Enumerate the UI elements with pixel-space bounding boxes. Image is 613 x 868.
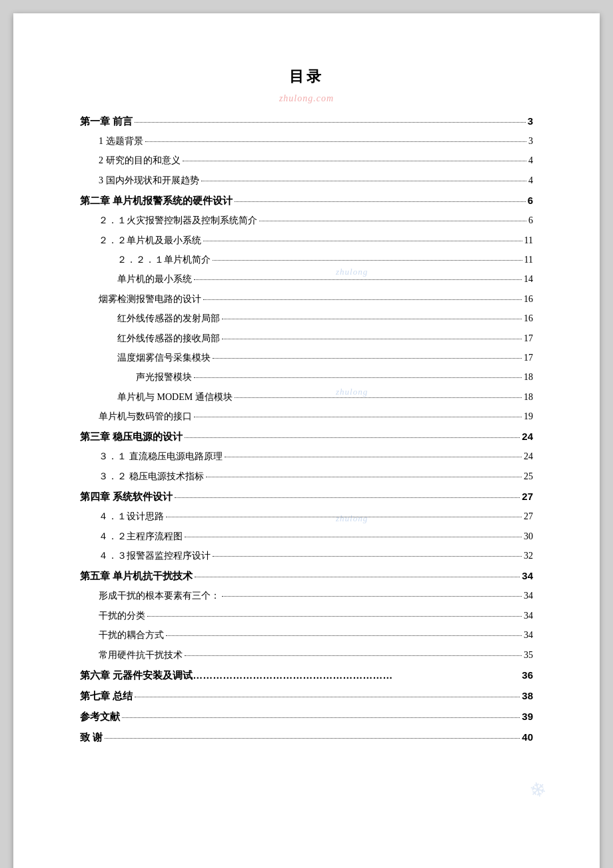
toc-dots-8 (194, 279, 522, 280)
toc-dots-4 (235, 201, 525, 202)
toc-item-30: 参考文献39 (80, 709, 533, 725)
toc-item-28: 第六章 元器件安装及调试……………………………………………………36 (80, 667, 533, 683)
toc-label-25: 干扰的分类 (99, 609, 145, 623)
toc-dots-17 (225, 457, 522, 457)
toc-dots-13 (194, 377, 522, 378)
toc-dots-22 (213, 556, 522, 557)
toc-page-17: 24 (524, 449, 533, 464)
page-container: zhulong.com zhulong zhulong zhulong ❄ 目录… (13, 13, 600, 868)
toc-label-3: 3 国内外现状和开展趋势 (99, 173, 199, 188)
toc-dots-6 (203, 241, 522, 241)
toc-page-11: 17 (524, 331, 533, 346)
toc-page-6: 11 (524, 233, 533, 248)
toc-dots-16 (185, 437, 520, 438)
toc-page-12: 17 (524, 351, 533, 365)
toc-label-30: 参考文献 (80, 709, 120, 725)
toc-label-29: 第七章 总结 (80, 688, 133, 704)
toc-page-8: 14 (524, 272, 533, 287)
toc-label-31: 致 谢 (80, 729, 103, 745)
toc-item-24: 形成干扰的根本要素有三个：34 (80, 589, 533, 603)
toc-item-0: 第一章 前言3 (80, 113, 533, 129)
toc-label-10: 红外线传感器的发射局部 (117, 311, 220, 326)
toc-label-16: 第三章 稳压电源的设计 (80, 429, 183, 445)
toc-page-5: 6 (528, 213, 533, 228)
toc-label-4: 第二章 单片机报警系统的硬件设计 (80, 193, 233, 209)
watermark-1: zhulong.com (279, 93, 334, 104)
toc-page-2: 4 (528, 153, 533, 168)
toc-label-1: 1 选题背景 (99, 134, 143, 149)
toc-dots-29 (135, 697, 520, 697)
toc-dots-26 (166, 635, 522, 636)
toc-label-2: 2 研究的目的和意义 (99, 153, 181, 168)
toc-dots-21 (185, 537, 522, 537)
toc-item-31: 致 谢40 (80, 729, 533, 745)
toc-page-28: 36 (522, 667, 533, 683)
toc-item-8: 单片机的最小系统14 (80, 272, 533, 287)
toc-item-29: 第七章 总结38 (80, 688, 533, 704)
toc-page-1: 3 (528, 134, 533, 149)
toc-page-29: 38 (522, 688, 533, 704)
toc-page-27: 35 (524, 648, 533, 663)
toc-item-16: 第三章 稳压电源的设计24 (80, 429, 533, 445)
toc-label-18: ３．２ 稳压电源技术指标 (99, 469, 204, 484)
toc-page-25: 34 (524, 609, 533, 623)
toc-label-14: 单片机与 MODEM 通信模块 (117, 390, 233, 405)
toc-dots-1 (145, 141, 527, 142)
toc-item-13: 声光报警模块18 (80, 370, 533, 385)
toc-page-31: 40 (522, 729, 533, 745)
toc-page-13: 18 (524, 370, 533, 385)
toc-label-15: 单片机与数码管的接口 (99, 409, 192, 424)
toc-label-8: 单片机的最小系统 (117, 272, 192, 287)
toc-page-22: 32 (524, 549, 533, 563)
toc-label-21: ４．２主程序流程图 (99, 529, 183, 544)
toc-page-16: 24 (522, 429, 533, 445)
toc-item-11: 红外线传感器的接收局部17 (80, 331, 533, 346)
toc-page-9: 16 (524, 292, 533, 307)
toc-item-7: ２．２．１单片机简介11 (80, 253, 533, 267)
toc-label-19: 第四章 系统软件设计 (80, 489, 173, 505)
toc-item-19: 第四章 系统软件设计27 (80, 489, 533, 505)
toc-label-24: 形成干扰的根本要素有三个： (99, 589, 220, 603)
toc-item-2: 2 研究的目的和意义4 (80, 153, 533, 168)
toc-page-21: 30 (524, 529, 533, 544)
toc-dots-11 (222, 339, 522, 339)
toc-dots-10 (222, 319, 522, 319)
toc-page-18: 25 (524, 469, 533, 484)
toc-dots-7 (213, 260, 522, 261)
toc-label-6: ２．２单片机及最小系统 (99, 233, 201, 248)
toc-dots-5 (259, 221, 526, 221)
toc-label-11: 红外线传感器的接收局部 (117, 331, 220, 346)
toc-label-5: ２．１火灾报警控制器及控制系统简介 (99, 213, 257, 228)
toc-dots-12 (213, 358, 522, 359)
toc-dots-25 (147, 616, 522, 617)
toc-label-26: 干扰的耦合方式 (99, 628, 164, 643)
toc-label-12: 温度烟雾信号采集模块 (117, 351, 211, 365)
page-title: 目录 (80, 67, 533, 87)
toc-label-7: ２．２．１单片机简介 (117, 253, 211, 267)
toc-item-4: 第二章 单片机报警系统的硬件设计6 (80, 193, 533, 209)
toc-dots-2 (183, 161, 527, 161)
toc-page-24: 34 (524, 589, 533, 603)
toc-label-9: 烟雾检测报警电路的设计 (99, 292, 201, 307)
toc-page-14: 18 (524, 390, 533, 405)
toc-dots-14 (235, 397, 522, 398)
toc-dots-9 (203, 299, 522, 300)
toc-page-23: 34 (522, 568, 533, 584)
toc-item-12: 温度烟雾信号采集模块17 (80, 351, 533, 365)
toc-item-6: ２．２单片机及最小系统11 (80, 233, 533, 248)
toc-item-3: 3 国内外现状和开展趋势4 (80, 173, 533, 188)
toc-item-15: 单片机与数码管的接口19 (80, 409, 533, 424)
toc-item-26: 干扰的耦合方式34 (80, 628, 533, 643)
toc-page-3: 4 (528, 173, 533, 188)
toc-dots-18 (206, 477, 522, 477)
toc-container: 第一章 前言31 选题背景32 研究的目的和意义43 国内外现状和开展趋势4第二… (80, 113, 533, 745)
toc-label-13: 声光报警模块 (136, 370, 192, 385)
toc-dots-0 (135, 122, 525, 123)
toc-dots-31 (105, 738, 520, 739)
toc-item-25: 干扰的分类34 (80, 609, 533, 623)
toc-page-20: 27 (524, 509, 533, 524)
toc-dots-3 (201, 181, 527, 181)
toc-dots-19 (175, 497, 520, 498)
toc-page-15: 19 (524, 409, 533, 424)
toc-item-10: 红外线传感器的发射局部16 (80, 311, 533, 326)
